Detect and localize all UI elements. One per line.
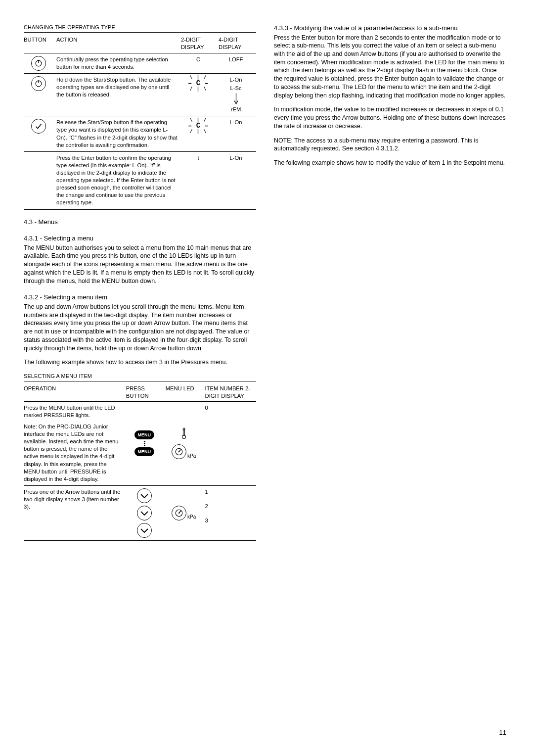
- gauge-icon: [172, 444, 186, 459]
- section-4-3-3-text2: In modification mode, the value to be mo…: [274, 105, 506, 130]
- btn-cell: [24, 74, 56, 116]
- left-column: CHANGING THE OPERATING TYPE BUTTON ACTIO…: [24, 24, 256, 541]
- menu-item-table: OPERATION PRESS BUTTON MENU LED ITEM NUM…: [24, 382, 256, 541]
- led-cell: kPa: [166, 485, 205, 540]
- section-4-3-2-heading: 4.3.2 - Selecting a menu item: [24, 293, 256, 302]
- start-stop-icon: [31, 76, 46, 91]
- d4-cell: L-On: [219, 151, 256, 209]
- section-4-3-3-heading: 4.3.3 - Modifying the value of a paramet…: [274, 24, 506, 33]
- num-cell: 0: [205, 401, 256, 485]
- th-operation: OPERATION: [24, 382, 126, 402]
- svg-rect-6: [183, 430, 184, 435]
- th-action: ACTION: [56, 34, 181, 53]
- section-4-3-1-text: The MENU button authorises you to select…: [24, 244, 256, 285]
- d4-cell: LOFF: [219, 53, 256, 73]
- d2-cell: t: [181, 151, 219, 209]
- action-cell: Release the Start/Stop button if the ope…: [56, 116, 181, 151]
- dots-icon: •••: [144, 440, 145, 446]
- btn-cell: [24, 116, 56, 151]
- page-number: 11: [499, 728, 506, 737]
- op-cell: Press the MENU button until the LED mark…: [24, 401, 126, 485]
- d4-b: L-Sc: [230, 85, 241, 92]
- d4-a: L-On: [230, 76, 242, 84]
- section-4-3-3-text1: Press the Enter button for more than 2 s…: [274, 34, 506, 100]
- action-cell: Hold down the Start/Stop button. The ava…: [56, 74, 181, 116]
- kpa-label: kPa: [187, 514, 196, 520]
- kpa-gauge-icon: kPa: [172, 506, 196, 520]
- d2-cell: C: [181, 53, 219, 73]
- press-cell: [126, 485, 166, 540]
- th-menu-led: MENU LED: [166, 382, 205, 402]
- press-cell: MENU ••• MENU: [126, 401, 166, 485]
- d4-c: rEM: [231, 106, 241, 113]
- n2: 2: [205, 503, 208, 510]
- n1: 1: [205, 488, 208, 496]
- kpa-label: kPa: [187, 453, 196, 460]
- d2-cell: \ | / – C – / | \: [181, 116, 219, 151]
- op-row1b: Note: On the PRO-DIALOG Junior interface…: [24, 423, 123, 483]
- gauge-icon: [172, 506, 186, 520]
- action-cell: Continually press the operating type sel…: [56, 53, 181, 73]
- svg-point-13: [178, 513, 179, 514]
- menu-button-icon: MENU ••• MENU: [134, 430, 154, 456]
- btn-cell: [24, 151, 56, 209]
- d2-cell: \ | / – C – / | \: [181, 74, 219, 116]
- arrow-down-button-icon: [137, 506, 152, 520]
- section-4-3-2-text2: The following example shows how to acces…: [24, 358, 256, 367]
- enter-icon: [31, 119, 46, 134]
- n3: 3: [205, 517, 208, 524]
- op-row1a: Press the MENU button until the LED mark…: [24, 404, 123, 419]
- d4-cell: L-On: [219, 116, 256, 151]
- d4-cell: L-On L-Sc rEM: [219, 74, 256, 116]
- th-item-number: ITEM NUMBER 2-DIGIT DISPLAY: [205, 382, 256, 402]
- arrow-down-button-icon: [137, 488, 152, 503]
- flashing-c-icon: \ | / – C – / | \: [188, 119, 209, 134]
- section-4-3-1-heading: 4.3.1 - Selecting a menu: [24, 234, 256, 243]
- table2-title: SELECTING A MENU ITEM: [24, 373, 256, 381]
- num-cell: 1 2 3: [205, 485, 256, 540]
- arrow-down-icon: [234, 93, 238, 105]
- section-4-3-3-text3: NOTE: The access to a sub-menu may requi…: [274, 137, 506, 153]
- menu-label: MENU: [134, 447, 154, 456]
- section-4-3-heading: 4.3 - Menus: [24, 218, 256, 227]
- th-button: BUTTON: [24, 34, 56, 53]
- section-4-3-2-text1: The up and down Arrow buttons let you sc…: [24, 303, 256, 352]
- btn-cell: [24, 53, 56, 73]
- operating-type-table: BUTTON ACTION 2-DIGIT DISPLAY 4-DIGIT DI…: [24, 34, 256, 210]
- right-column: 4.3.3 - Modifying the value of a paramet…: [274, 24, 506, 541]
- th-4digit: 4-DIGIT DISPLAY: [219, 34, 256, 53]
- flashing-c-icon: \ | / – C – / | \: [188, 76, 209, 92]
- op-cell: Press one of the Arrow buttons until the…: [24, 485, 126, 540]
- two-column-layout: CHANGING THE OPERATING TYPE BUTTON ACTIO…: [24, 24, 506, 541]
- svg-point-10: [178, 451, 179, 452]
- kpa-gauge-icon: kPa: [172, 444, 196, 459]
- start-stop-icon: [31, 56, 46, 71]
- table1-title: CHANGING THE OPERATING TYPE: [24, 24, 256, 33]
- section-4-3-3-text4: The following example shows how to modif…: [274, 159, 506, 167]
- led-cell: kPa: [166, 401, 205, 485]
- th-press-button: PRESS BUTTON: [126, 382, 166, 402]
- arrow-down-button-icon: [137, 523, 152, 538]
- thermometer-icon: [181, 427, 187, 441]
- action-cell: Press the Enter button to confirm the op…: [56, 151, 181, 209]
- th-2digit: 2-DIGIT DISPLAY: [181, 34, 219, 53]
